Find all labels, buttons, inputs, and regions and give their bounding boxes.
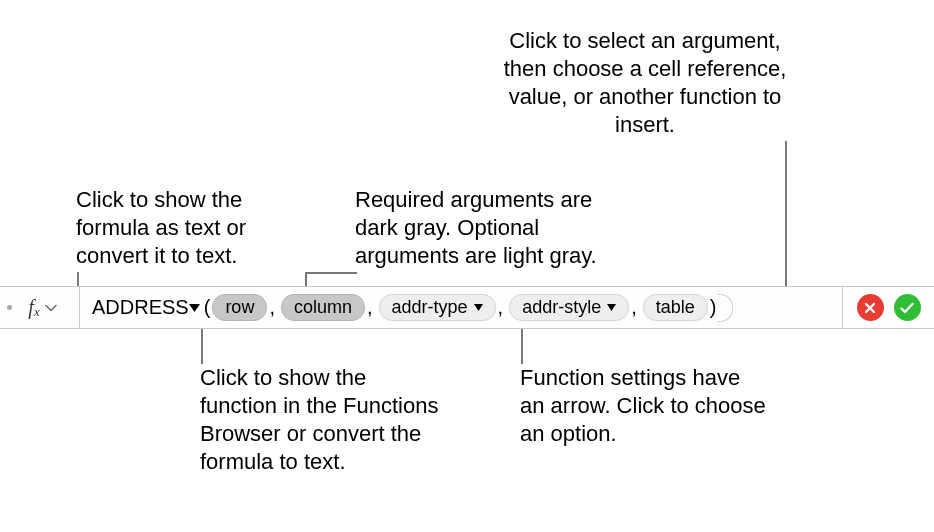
arg-token-column[interactable]: column (281, 294, 365, 321)
arg-token-table[interactable]: table (643, 294, 708, 321)
accept-button[interactable] (894, 294, 921, 321)
cancel-button[interactable] (857, 294, 884, 321)
arg-separator: , (367, 296, 373, 319)
formula-actions (842, 287, 934, 328)
formula-content[interactable]: ADDRESS ( row , column , addr-type , (80, 287, 842, 328)
arg-label: addr-style (522, 297, 601, 317)
leader-settings (521, 324, 523, 364)
callout-fx-menu: Click to show the formula as text or con… (76, 186, 311, 270)
arg-label: row (225, 297, 254, 317)
arg-label: table (656, 297, 695, 317)
chevron-down-icon (45, 304, 57, 312)
arg-separator: , (631, 296, 637, 319)
fx-menu-button[interactable]: fx (0, 287, 80, 328)
dirty-indicator-dot (7, 305, 12, 310)
callout-select-argument: Click to select an argument, then choose… (495, 27, 795, 139)
fx-label-x: x (34, 304, 40, 320)
callout-function-name: Click to show the function in the Functi… (200, 364, 440, 476)
triangle-down-icon (189, 304, 200, 312)
callout-required-args: Required arguments are dark gray. Option… (355, 186, 635, 270)
triangle-down-icon (474, 304, 483, 311)
open-paren: ( (204, 296, 211, 319)
triangle-down-icon (607, 304, 616, 311)
arg-token-addr-type[interactable]: addr-type (379, 294, 496, 321)
formula-end-cap (718, 294, 733, 322)
callout-function-settings: Function settings have an arrow. Click t… (520, 364, 770, 448)
arg-label: addr-type (392, 297, 468, 317)
annotated-diagram: Click to show the formula as text or con… (0, 0, 934, 532)
leader-fnname (201, 324, 203, 364)
close-paren: ) (710, 296, 717, 319)
arg-token-row[interactable]: row (212, 294, 267, 321)
leader-required-h (305, 272, 357, 274)
x-icon (863, 301, 877, 315)
arg-label: column (294, 297, 352, 317)
formula-editor-bar: fx ADDRESS ( row , column , addr-ty (0, 286, 934, 329)
arg-separator: , (498, 296, 504, 319)
check-icon (899, 301, 915, 315)
arg-separator: , (269, 296, 275, 319)
arg-token-addr-style[interactable]: addr-style (509, 294, 629, 321)
leader-argument (785, 141, 787, 290)
function-name-text: ADDRESS (92, 296, 189, 319)
function-name-button[interactable]: ADDRESS (92, 296, 200, 319)
